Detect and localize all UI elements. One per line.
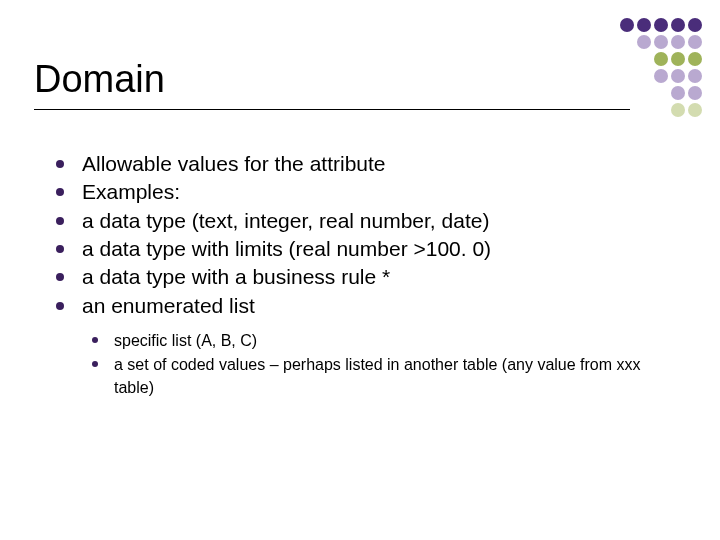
decorative-dot-grid bbox=[620, 18, 702, 117]
list-item: a data type with a business rule * bbox=[50, 263, 680, 291]
list-item-text: a data type (text, integer, real number,… bbox=[82, 209, 489, 232]
list-item-text: a data type with limits (real number >10… bbox=[82, 237, 491, 260]
list-item: a data type with limits (real number >10… bbox=[50, 235, 680, 263]
slide-content: Allowable values for the attribute Examp… bbox=[50, 150, 680, 401]
list-item: an enumerated list bbox=[50, 292, 680, 320]
slide-title: Domain bbox=[34, 58, 630, 101]
list-item-text: Examples: bbox=[82, 180, 180, 203]
list-item: Allowable values for the attribute bbox=[50, 150, 680, 178]
sub-bullet-list: specific list (A, B, C) a set of coded v… bbox=[88, 330, 680, 399]
list-item-text: a set of coded values – perhaps listed i… bbox=[114, 356, 641, 395]
list-item: specific list (A, B, C) bbox=[88, 330, 680, 352]
list-item: a set of coded values – perhaps listed i… bbox=[88, 354, 680, 399]
list-item-text: specific list (A, B, C) bbox=[114, 332, 257, 349]
list-item-text: a data type with a business rule * bbox=[82, 265, 390, 288]
list-item-text: an enumerated list bbox=[82, 294, 255, 317]
list-item: Examples: bbox=[50, 178, 680, 206]
main-bullet-list: Allowable values for the attribute Examp… bbox=[50, 150, 680, 320]
list-item: a data type (text, integer, real number,… bbox=[50, 207, 680, 235]
list-item-text: Allowable values for the attribute bbox=[82, 152, 386, 175]
title-container: Domain bbox=[34, 58, 630, 110]
